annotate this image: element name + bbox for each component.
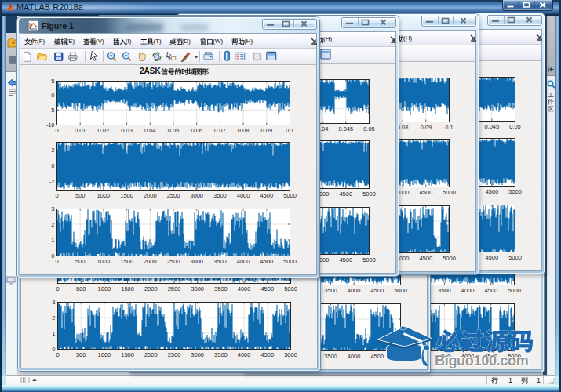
svg-text:5000: 5000 bbox=[394, 287, 407, 294]
svg-text:2000: 2000 bbox=[144, 258, 157, 265]
svg-text:5: 5 bbox=[51, 78, 54, 85]
svg-text:5000: 5000 bbox=[443, 255, 456, 262]
svg-text:5000: 5000 bbox=[508, 187, 522, 194]
svg-text:4500: 4500 bbox=[485, 187, 498, 194]
svg-text:0.04: 0.04 bbox=[144, 127, 156, 134]
svg-text:1500: 1500 bbox=[120, 258, 133, 265]
svg-text:4000: 4000 bbox=[348, 353, 361, 360]
svg-text:5000: 5000 bbox=[284, 351, 297, 358]
svg-text:-10: -10 bbox=[46, 122, 55, 129]
svg-text:1500: 1500 bbox=[120, 192, 133, 199]
svg-text:1500: 1500 bbox=[121, 351, 134, 358]
svg-text:3000: 3000 bbox=[191, 285, 204, 292]
svg-text:0.045: 0.045 bbox=[484, 122, 499, 129]
svg-text:1: 1 bbox=[52, 330, 55, 337]
svg-text:3500: 3500 bbox=[324, 353, 337, 360]
svg-text:500: 500 bbox=[75, 258, 86, 265]
svg-text:3500: 3500 bbox=[324, 287, 337, 294]
svg-text:5000: 5000 bbox=[443, 189, 456, 196]
svg-text:3500: 3500 bbox=[214, 351, 228, 358]
svg-text:0.05: 0.05 bbox=[168, 127, 180, 134]
svg-text:1000: 1000 bbox=[98, 351, 111, 358]
svg-text:3500: 3500 bbox=[213, 192, 227, 199]
svg-text:4500: 4500 bbox=[419, 255, 432, 262]
svg-text:4000: 4000 bbox=[237, 258, 250, 265]
svg-text:0.03: 0.03 bbox=[121, 127, 133, 134]
svg-text:5000: 5000 bbox=[508, 253, 522, 260]
svg-text:3: 3 bbox=[52, 299, 55, 306]
svg-text:4500: 4500 bbox=[339, 190, 352, 197]
svg-text:0.1: 0.1 bbox=[445, 124, 453, 131]
svg-text:2500: 2500 bbox=[168, 351, 181, 358]
svg-text:1000: 1000 bbox=[97, 258, 111, 265]
svg-text:500: 500 bbox=[76, 285, 86, 292]
svg-text:4500: 4500 bbox=[485, 253, 498, 260]
svg-text:0.1: 0.1 bbox=[286, 127, 293, 134]
svg-text:500: 500 bbox=[76, 351, 86, 358]
svg-text:0.02: 0.02 bbox=[98, 127, 110, 134]
svg-text:3500: 3500 bbox=[214, 285, 228, 292]
svg-text:5000: 5000 bbox=[362, 256, 376, 263]
svg-text:0.05: 0.05 bbox=[363, 125, 375, 132]
svg-text:1: 1 bbox=[51, 237, 54, 244]
svg-text:4000: 4000 bbox=[348, 287, 361, 294]
svg-text:2: 2 bbox=[52, 314, 55, 321]
svg-text:5000: 5000 bbox=[283, 192, 297, 199]
svg-text:2500: 2500 bbox=[167, 258, 180, 265]
svg-text:4000: 4000 bbox=[237, 192, 250, 199]
svg-text:2000: 2000 bbox=[144, 192, 157, 199]
svg-text:1500: 1500 bbox=[121, 285, 134, 292]
svg-text:0.045: 0.045 bbox=[338, 125, 353, 132]
svg-text:0.06: 0.06 bbox=[191, 127, 202, 134]
svg-text:2000: 2000 bbox=[144, 351, 158, 358]
svg-text:5000: 5000 bbox=[284, 285, 297, 292]
svg-text:0: 0 bbox=[55, 127, 58, 134]
svg-text:0.09: 0.09 bbox=[260, 127, 272, 134]
svg-text:4500: 4500 bbox=[260, 351, 274, 358]
svg-text:3000: 3000 bbox=[191, 351, 204, 358]
svg-text:0: 0 bbox=[51, 92, 54, 99]
svg-text:4000: 4000 bbox=[461, 287, 475, 294]
svg-text:2000: 2000 bbox=[144, 285, 158, 292]
svg-text:2500: 2500 bbox=[168, 285, 181, 292]
svg-text:0.07: 0.07 bbox=[214, 127, 226, 134]
svg-text:0: 0 bbox=[55, 258, 58, 265]
svg-text:4500: 4500 bbox=[260, 285, 274, 292]
svg-text:4500: 4500 bbox=[370, 287, 384, 294]
svg-text:-2: -2 bbox=[49, 178, 55, 185]
svg-text:-5: -5 bbox=[49, 107, 55, 114]
svg-text:2: 2 bbox=[51, 147, 54, 154]
svg-text:3500: 3500 bbox=[213, 258, 227, 265]
svg-text:4000: 4000 bbox=[238, 285, 251, 292]
svg-text:3500: 3500 bbox=[438, 287, 451, 294]
svg-text:0.05: 0.05 bbox=[509, 122, 521, 129]
svg-text:4500: 4500 bbox=[260, 192, 273, 199]
svg-text:5000: 5000 bbox=[283, 258, 297, 265]
svg-text:5000: 5000 bbox=[508, 287, 521, 294]
svg-text:1000: 1000 bbox=[97, 192, 111, 199]
svg-text:2500: 2500 bbox=[167, 192, 180, 199]
svg-text:0: 0 bbox=[51, 162, 54, 169]
svg-text:0.09: 0.09 bbox=[420, 124, 432, 131]
svg-text:3000: 3000 bbox=[190, 258, 203, 265]
svg-text:0.01: 0.01 bbox=[75, 127, 86, 134]
svg-text:0: 0 bbox=[56, 351, 59, 358]
svg-text:4500: 4500 bbox=[260, 258, 273, 265]
svg-text:0: 0 bbox=[56, 285, 59, 292]
svg-text:4500: 4500 bbox=[339, 256, 352, 263]
svg-text:4500: 4500 bbox=[419, 189, 432, 196]
svg-text:4500: 4500 bbox=[484, 287, 497, 294]
svg-text:4000: 4000 bbox=[238, 351, 251, 358]
svg-text:0: 0 bbox=[55, 192, 58, 199]
svg-text:2: 2 bbox=[51, 221, 54, 228]
svg-text:3000: 3000 bbox=[190, 192, 203, 199]
svg-text:0: 0 bbox=[52, 346, 55, 353]
svg-text:5000: 5000 bbox=[362, 190, 376, 197]
svg-text:1000: 1000 bbox=[98, 285, 111, 292]
svg-text:500: 500 bbox=[75, 192, 86, 199]
svg-text:0: 0 bbox=[51, 252, 54, 260]
svg-text:3: 3 bbox=[51, 205, 54, 212]
svg-text:0.08: 0.08 bbox=[238, 127, 250, 134]
